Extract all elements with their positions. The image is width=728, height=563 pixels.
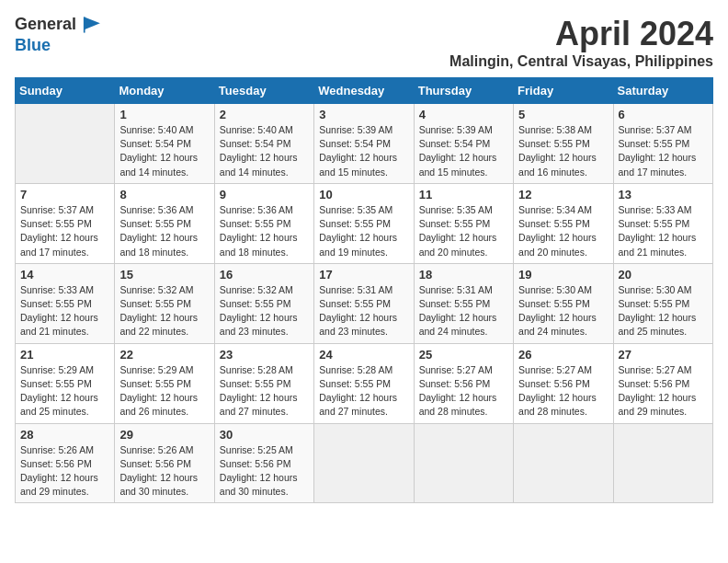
calendar-cell: 2Sunrise: 5:40 AM Sunset: 5:54 PM Daylig…: [214, 104, 313, 184]
day-number: 16: [220, 268, 309, 282]
day-number: 7: [20, 188, 109, 201]
day-number: 5: [518, 108, 608, 121]
day-number: 22: [119, 348, 209, 362]
calendar-cell: 1Sunrise: 5:40 AM Sunset: 5:54 PM Daylig…: [115, 104, 214, 184]
calendar-cell: 28Sunrise: 5:26 AM Sunset: 5:56 PM Dayli…: [16, 423, 115, 503]
calendar-cell: 30Sunrise: 5:25 AM Sunset: 5:56 PM Dayli…: [214, 423, 313, 503]
header: General Blue April 2024 Malingin, Centra…: [15, 15, 713, 70]
calendar-cell: 16Sunrise: 5:32 AM Sunset: 5:55 PM Dayli…: [214, 263, 313, 343]
calendar-cell: 5Sunrise: 5:38 AM Sunset: 5:55 PM Daylig…: [514, 104, 613, 184]
logo-flag-icon: [83, 14, 105, 36]
day-number: 24: [319, 348, 408, 362]
month-title: April 2024: [449, 15, 713, 53]
day-number: 20: [619, 268, 708, 282]
week-row-3: 14Sunrise: 5:33 AM Sunset: 5:55 PM Dayli…: [16, 263, 713, 343]
day-number: 25: [419, 348, 508, 362]
week-row-5: 28Sunrise: 5:26 AM Sunset: 5:56 PM Dayli…: [16, 423, 713, 503]
day-info: Sunrise: 5:26 AM Sunset: 5:56 PM Dayligh…: [119, 443, 209, 500]
day-number: 29: [119, 428, 209, 442]
calendar-cell: [514, 423, 613, 503]
day-info: Sunrise: 5:28 AM Sunset: 5:55 PM Dayligh…: [319, 363, 408, 419]
day-info: Sunrise: 5:31 AM Sunset: 5:55 PM Dayligh…: [419, 283, 508, 339]
day-info: Sunrise: 5:34 AM Sunset: 5:55 PM Dayligh…: [518, 203, 608, 259]
day-info: Sunrise: 5:27 AM Sunset: 5:56 PM Dayligh…: [518, 363, 608, 419]
location-title: Malingin, Central Visayas, Philippines: [449, 53, 713, 70]
day-info: Sunrise: 5:37 AM Sunset: 5:55 PM Dayligh…: [619, 123, 708, 179]
day-info: Sunrise: 5:36 AM Sunset: 5:55 PM Dayligh…: [220, 203, 309, 259]
calendar-cell: 23Sunrise: 5:28 AM Sunset: 5:55 PM Dayli…: [214, 343, 313, 423]
calendar-cell: 15Sunrise: 5:32 AM Sunset: 5:55 PM Dayli…: [115, 263, 214, 343]
calendar-cell: 7Sunrise: 5:37 AM Sunset: 5:55 PM Daylig…: [16, 183, 115, 263]
day-number: 19: [518, 268, 608, 282]
calendar-cell: [16, 104, 115, 184]
calendar-cell: 19Sunrise: 5:30 AM Sunset: 5:55 PM Dayli…: [514, 263, 613, 343]
day-info: Sunrise: 5:35 AM Sunset: 5:55 PM Dayligh…: [419, 203, 508, 259]
day-info: Sunrise: 5:25 AM Sunset: 5:56 PM Dayligh…: [220, 443, 309, 500]
header-tuesday: Tuesday: [214, 78, 313, 104]
calendar-cell: 13Sunrise: 5:33 AM Sunset: 5:55 PM Dayli…: [613, 183, 712, 263]
day-number: 28: [20, 428, 109, 442]
day-info: Sunrise: 5:28 AM Sunset: 5:55 PM Dayligh…: [220, 363, 309, 419]
header-sunday: Sunday: [16, 78, 115, 104]
day-info: Sunrise: 5:29 AM Sunset: 5:55 PM Dayligh…: [119, 363, 209, 419]
calendar-cell: [613, 423, 712, 503]
day-info: Sunrise: 5:40 AM Sunset: 5:54 PM Dayligh…: [220, 123, 309, 179]
day-info: Sunrise: 5:31 AM Sunset: 5:55 PM Dayligh…: [319, 283, 408, 339]
day-info: Sunrise: 5:35 AM Sunset: 5:55 PM Dayligh…: [319, 203, 408, 259]
calendar-cell: 18Sunrise: 5:31 AM Sunset: 5:55 PM Dayli…: [414, 263, 513, 343]
day-info: Sunrise: 5:30 AM Sunset: 5:55 PM Dayligh…: [518, 283, 608, 339]
day-info: Sunrise: 5:27 AM Sunset: 5:56 PM Dayligh…: [619, 363, 708, 419]
day-number: 4: [419, 108, 508, 121]
day-number: 2: [220, 108, 309, 121]
week-row-4: 21Sunrise: 5:29 AM Sunset: 5:55 PM Dayli…: [16, 343, 713, 423]
calendar-cell: 14Sunrise: 5:33 AM Sunset: 5:55 PM Dayli…: [16, 263, 115, 343]
title-area: April 2024 Malingin, Central Visayas, Ph…: [449, 15, 713, 70]
day-info: Sunrise: 5:39 AM Sunset: 5:54 PM Dayligh…: [419, 123, 508, 179]
calendar-cell: 9Sunrise: 5:36 AM Sunset: 5:55 PM Daylig…: [214, 183, 313, 263]
day-number: 1: [119, 108, 209, 121]
day-number: 26: [518, 348, 608, 362]
week-row-2: 7Sunrise: 5:37 AM Sunset: 5:55 PM Daylig…: [16, 183, 713, 263]
day-number: 3: [319, 108, 408, 121]
logo-general: General: [15, 15, 76, 33]
header-friday: Friday: [514, 78, 613, 104]
calendar-cell: 12Sunrise: 5:34 AM Sunset: 5:55 PM Dayli…: [514, 183, 613, 263]
day-info: Sunrise: 5:29 AM Sunset: 5:55 PM Dayligh…: [20, 363, 109, 419]
calendar-cell: 25Sunrise: 5:27 AM Sunset: 5:56 PM Dayli…: [414, 343, 513, 423]
calendar-cell: 29Sunrise: 5:26 AM Sunset: 5:56 PM Dayli…: [115, 423, 214, 503]
day-number: 17: [319, 268, 408, 282]
header-wednesday: Wednesday: [314, 78, 414, 104]
calendar-cell: 27Sunrise: 5:27 AM Sunset: 5:56 PM Dayli…: [613, 343, 712, 423]
day-number: 9: [220, 188, 309, 201]
logo: General Blue: [15, 15, 105, 55]
calendar-cell: 11Sunrise: 5:35 AM Sunset: 5:55 PM Dayli…: [414, 183, 513, 263]
calendar-cell: 22Sunrise: 5:29 AM Sunset: 5:55 PM Dayli…: [115, 343, 214, 423]
day-info: Sunrise: 5:30 AM Sunset: 5:55 PM Dayligh…: [619, 283, 708, 339]
calendar-cell: 4Sunrise: 5:39 AM Sunset: 5:54 PM Daylig…: [414, 104, 513, 184]
day-info: Sunrise: 5:32 AM Sunset: 5:55 PM Dayligh…: [220, 283, 309, 339]
day-info: Sunrise: 5:37 AM Sunset: 5:55 PM Dayligh…: [20, 203, 109, 259]
day-number: 30: [220, 428, 309, 442]
day-info: Sunrise: 5:33 AM Sunset: 5:55 PM Dayligh…: [619, 203, 708, 259]
day-info: Sunrise: 5:36 AM Sunset: 5:55 PM Dayligh…: [119, 203, 209, 259]
calendar-cell: 21Sunrise: 5:29 AM Sunset: 5:55 PM Dayli…: [16, 343, 115, 423]
calendar-table: SundayMondayTuesdayWednesdayThursdayFrid…: [15, 77, 713, 503]
day-number: 27: [619, 348, 708, 362]
logo-blue: Blue: [15, 36, 51, 54]
week-row-1: 1Sunrise: 5:40 AM Sunset: 5:54 PM Daylig…: [16, 104, 713, 184]
day-number: 8: [119, 188, 209, 201]
calendar-cell: 24Sunrise: 5:28 AM Sunset: 5:55 PM Dayli…: [314, 343, 414, 423]
day-number: 11: [419, 188, 508, 201]
day-info: Sunrise: 5:26 AM Sunset: 5:56 PM Dayligh…: [20, 443, 109, 500]
day-number: 13: [619, 188, 708, 201]
header-thursday: Thursday: [414, 78, 513, 104]
calendar-cell: 17Sunrise: 5:31 AM Sunset: 5:55 PM Dayli…: [314, 263, 414, 343]
calendar-cell: 20Sunrise: 5:30 AM Sunset: 5:55 PM Dayli…: [613, 263, 712, 343]
day-number: 10: [319, 188, 408, 201]
calendar-header-row: SundayMondayTuesdayWednesdayThursdayFrid…: [16, 78, 713, 104]
calendar-cell: 6Sunrise: 5:37 AM Sunset: 5:55 PM Daylig…: [613, 104, 712, 184]
day-number: 21: [20, 348, 109, 362]
calendar-cell: 3Sunrise: 5:39 AM Sunset: 5:54 PM Daylig…: [314, 104, 414, 184]
header-saturday: Saturday: [613, 78, 712, 104]
day-number: 23: [220, 348, 309, 362]
